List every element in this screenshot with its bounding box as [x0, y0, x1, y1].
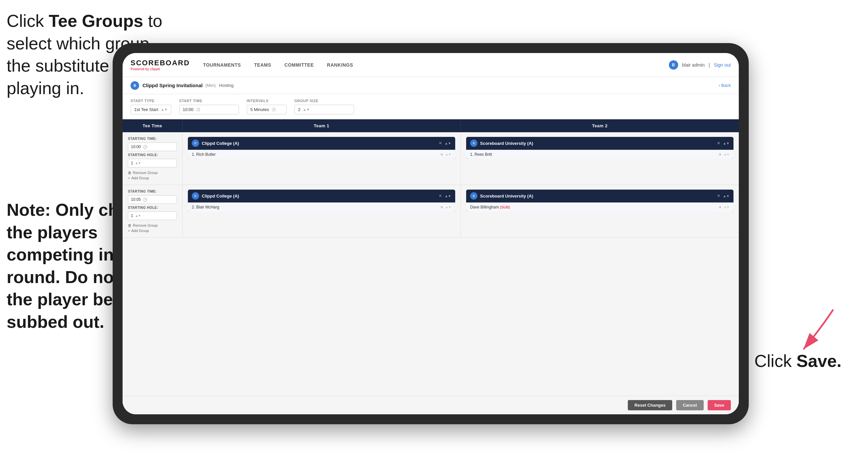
starting-time-label-2: STARTING TIME: [128, 189, 177, 193]
team2-chevron-1: ▲▼ [723, 142, 730, 145]
sub-badge: (SUB) [500, 205, 510, 209]
player-remove-1-1[interactable]: ✕ [440, 152, 443, 157]
team2-col-2: S Scoreboard University (A) ✕ ▲▼ Dave Bi… [461, 185, 739, 237]
scoreboard-logo: SCOREBOARD Powered by clippd [130, 59, 190, 71]
start-time-select[interactable]: 10:00 🕐 [179, 105, 239, 114]
nav-rankings[interactable]: RANKINGS [327, 62, 353, 68]
groups-area: STARTING TIME: 10:00 🕐 STARTING HOLE: 1 … [123, 132, 739, 396]
sign-out-link[interactable]: Sign out [714, 62, 731, 68]
group-size-arrow: ▲▼ [303, 108, 310, 111]
table-header: Tee Time Team 1 Team 2 [123, 119, 739, 132]
intervals-select[interactable]: 5 Minutes 🕐 [247, 105, 286, 114]
bottom-bar: Reset Changes Cancel Save [123, 396, 739, 414]
start-type-select[interactable]: 1st Tee Start ▲▼ [130, 105, 171, 114]
start-time-group: Start Time 10:00 🕐 [179, 99, 239, 114]
player-name-1-1: 1. Rich Butler [192, 152, 438, 157]
team1-chevron-2: ▲▼ [444, 194, 451, 198]
player-row-2-2[interactable]: Dave Billingham (SUB) ✕ ▲▼ [466, 202, 734, 212]
controls-row: Start Type 1st Tee Start ▲▼ Start Time 1… [123, 94, 739, 119]
team2-card-2[interactable]: S Scoreboard University (A) ✕ ▲▼ Dave Bi… [466, 189, 734, 212]
remove-group-1[interactable]: 🗑 Remove Group [128, 171, 177, 175]
team1-remove-1[interactable]: ✕ [439, 141, 442, 146]
tee-actions-2: 🗑 Remove Group + Add Group [128, 224, 177, 233]
breadcrumb-badge: (Men) [206, 83, 216, 88]
starting-hole-input-1[interactable]: 1 ▲▼ [128, 159, 177, 167]
start-type-arrow: ▲▼ [161, 108, 168, 111]
team1-card-header-2: C Clippd College (A) ✕ ▲▼ [188, 189, 455, 202]
team-cols-1: C Clippd College (A) ✕ ▲▼ 1. Rich Butler [182, 132, 739, 185]
starting-time-input-2[interactable]: 10:05 🕐 [128, 195, 177, 204]
player-row-1-2[interactable]: 2. Blair McHarg ✕ ▲▼ [188, 202, 455, 212]
save-button[interactable]: Save [708, 400, 731, 410]
team-cols-2: C Clippd College (A) ✕ ▲▼ 2. Blair McHar… [182, 185, 739, 237]
player-row-1-1[interactable]: 1. Rich Butler ✕ ▲▼ [188, 149, 455, 159]
player-name-2-1: 1. Rees Britt [470, 152, 716, 157]
player-remove-2-1[interactable]: ✕ [719, 152, 721, 157]
admin-avatar: B [669, 60, 678, 69]
team1-actions-1: ✕ ▲▼ [439, 141, 451, 146]
team2-card-header-1: S Scoreboard University (A) ✕ ▲▼ [466, 137, 734, 149]
team2-name-1: Scoreboard University (A) [480, 141, 714, 146]
breadcrumb-bar: B Clippd Spring Invitational (Men) Hosti… [123, 77, 739, 94]
tablet-frame: SCOREBOARD Powered by clippd TOURNAMENTS… [113, 43, 749, 424]
team1-name-2: Clippd College (A) [202, 194, 436, 199]
team2-card-header-2: S Scoreboard University (A) ✕ ▲▼ [466, 189, 734, 202]
team2-card-1[interactable]: S Scoreboard University (A) ✕ ▲▼ 1. Rees… [466, 137, 734, 159]
group-size-group: Group Size 2 ▲▼ [294, 99, 354, 114]
group-row: STARTING TIME: 10:00 🕐 STARTING HOLE: 1 … [123, 132, 739, 185]
team1-remove-2[interactable]: ✕ [439, 194, 442, 198]
group-size-select[interactable]: 2 ▲▼ [294, 105, 354, 114]
team2-remove-2[interactable]: ✕ [717, 194, 720, 198]
player-remove-1-2[interactable]: ✕ [440, 205, 443, 209]
intervals-group: Intervals 5 Minutes 🕐 [247, 99, 286, 114]
add-group-2[interactable]: + Add Group [128, 229, 177, 233]
team1-avatar-1: C [192, 140, 199, 147]
tee-time-col-1: STARTING TIME: 10:00 🕐 STARTING HOLE: 1 … [123, 132, 182, 185]
th-tee-time: Tee Time [123, 119, 182, 132]
team2-actions-1: ✕ ▲▼ [717, 141, 730, 146]
team1-card-header-1: C Clippd College (A) ✕ ▲▼ [188, 137, 455, 149]
team2-chevron-2: ▲▼ [723, 194, 730, 198]
start-type-label: Start Type [130, 99, 171, 103]
team1-col-1: C Clippd College (A) ✕ ▲▼ 1. Rich Butler [182, 132, 461, 185]
reset-changes-button[interactable]: Reset Changes [628, 400, 672, 410]
main-content: Start Type 1st Tee Start ▲▼ Start Time 1… [123, 94, 739, 414]
team1-avatar-2: C [192, 192, 199, 200]
hole-arrows-1: ▲▼ [135, 162, 141, 165]
breadcrumb-title: Clippd Spring Invitational [143, 83, 203, 88]
team1-card-1[interactable]: C Clippd College (A) ✕ ▲▼ 1. Rich Butler [188, 137, 455, 159]
tee-actions-1: 🗑 Remove Group + Add Group [128, 171, 177, 180]
player-actions-2-1: ✕ ▲▼ [719, 152, 730, 157]
player-chevron-2-1: ▲▼ [723, 153, 730, 156]
nav-teams[interactable]: TEAMS [254, 62, 271, 68]
breadcrumb-back[interactable]: ‹ Back [719, 83, 731, 88]
breadcrumb-icon: B [130, 81, 139, 90]
team2-actions-2: ✕ ▲▼ [717, 194, 730, 198]
nav-items: TOURNAMENTS TEAMS COMMITTEE RANKINGS [203, 62, 669, 68]
intervals-clock-icon: 🕐 [272, 108, 276, 111]
nav-committee[interactable]: COMMITTEE [285, 62, 314, 68]
starting-time-input-1[interactable]: 10:00 🕐 [128, 143, 177, 151]
nav-tournaments[interactable]: TOURNAMENTS [203, 62, 241, 68]
player-remove-2-2[interactable]: ✕ [719, 205, 721, 209]
navbar: SCOREBOARD Powered by clippd TOURNAMENTS… [123, 53, 739, 77]
plus-icon-2: + [128, 229, 130, 233]
team2-avatar-2: S [470, 192, 477, 200]
player-row-2-1[interactable]: 1. Rees Britt ✕ ▲▼ [466, 149, 734, 159]
nav-separator: | [709, 62, 710, 68]
player-actions-2-2: ✕ ▲▼ [719, 205, 730, 209]
start-time-clock-icon: 🕐 [196, 108, 200, 111]
starting-hole-input-2[interactable]: 1 ▲▼ [128, 211, 177, 220]
add-group-1[interactable]: + Add Group [128, 176, 177, 180]
logo-main: SCOREBOARD [130, 59, 190, 67]
player-actions-1-1: ✕ ▲▼ [440, 152, 451, 157]
start-type-group: Start Type 1st Tee Start ▲▼ [130, 99, 171, 114]
save-bold: Save. [797, 351, 841, 371]
team1-card-2[interactable]: C Clippd College (A) ✕ ▲▼ 2. Blair McHar… [188, 189, 455, 212]
group-row-2: STARTING TIME: 10:05 🕐 STARTING HOLE: 1 … [123, 185, 739, 238]
team2-remove-1[interactable]: ✕ [717, 141, 720, 146]
remove-group-2[interactable]: 🗑 Remove Group [128, 224, 177, 227]
starting-time-label-1: STARTING TIME: [128, 137, 177, 141]
team2-avatar-1: S [470, 140, 477, 147]
cancel-button[interactable]: Cancel [676, 400, 704, 410]
